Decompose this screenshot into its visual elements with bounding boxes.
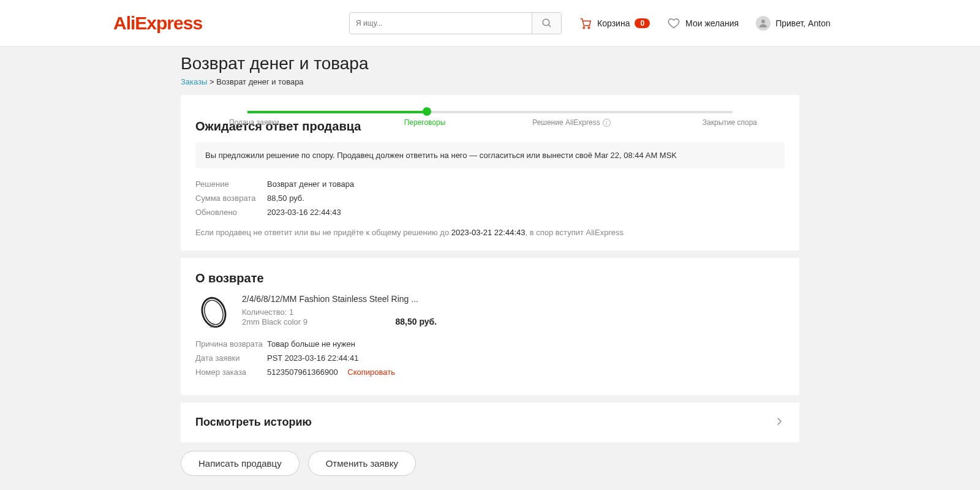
request-date-value: PST 2023-03-16 22:44:41 bbox=[267, 353, 358, 363]
breadcrumb-current: Возврат денег и товара bbox=[216, 77, 303, 86]
svg-text:2mm: 2mm bbox=[210, 325, 218, 328]
product-price: 88,50 руб. bbox=[396, 317, 437, 326]
ring-icon: 2mm bbox=[196, 295, 232, 330]
cart-icon bbox=[579, 17, 592, 30]
deadline-note: Если продавец не ответит или вы не придё… bbox=[195, 228, 785, 237]
chevron-right-icon bbox=[774, 416, 785, 429]
wishlist-link[interactable]: Мои желания bbox=[667, 17, 739, 30]
breadcrumb: Заказы > Возврат денег и товара bbox=[181, 77, 799, 86]
step-label-1: Подача заявки bbox=[229, 118, 279, 127]
svg-line-1 bbox=[548, 24, 551, 27]
order-number-value: 5123507961366900 bbox=[267, 368, 338, 377]
user-icon bbox=[758, 18, 769, 29]
status-banner: Вы предложили решение по спору. Продавец… bbox=[195, 142, 785, 168]
svg-point-0 bbox=[543, 19, 549, 26]
header: AliExpress Корзина 0 Мои желания Привет,… bbox=[0, 0, 980, 47]
history-card[interactable]: Посмотреть историю bbox=[181, 402, 799, 442]
cart-link[interactable]: Корзина 0 bbox=[579, 17, 650, 30]
avatar bbox=[756, 16, 771, 31]
product-image[interactable]: 2mm bbox=[195, 294, 232, 331]
step-label-2: Переговоры bbox=[404, 118, 446, 127]
account-link[interactable]: Привет, Anton bbox=[756, 16, 831, 31]
history-title: Посмотреть историю bbox=[195, 416, 312, 429]
step-label-4: Закрытие спора bbox=[703, 118, 757, 127]
logo[interactable]: AliExpress bbox=[113, 13, 202, 34]
copy-link[interactable]: Скопировать bbox=[347, 368, 395, 377]
cancel-request-button[interactable]: Отменить заявку bbox=[308, 451, 416, 476]
step-label-3: Решение AliExpressi bbox=[532, 118, 610, 127]
product-qty: Количество: 1 bbox=[242, 307, 785, 317]
heart-icon bbox=[667, 17, 680, 30]
product-title[interactable]: 2/4/6/8/12/MM Fashion Stainless Steel Ri… bbox=[242, 294, 785, 304]
resolution-value: Возврат денег и товара bbox=[267, 179, 354, 189]
about-return-card: О возврате 2mm 2/4/6/8/12/MM Fashion Sta… bbox=[181, 258, 799, 395]
cart-label: Корзина bbox=[597, 18, 630, 28]
updated-label: Обновлено bbox=[195, 208, 267, 217]
search-input[interactable] bbox=[350, 13, 532, 34]
page-title: Возврат денег и товара bbox=[181, 54, 799, 74]
svg-point-3 bbox=[588, 26, 590, 28]
search-icon bbox=[541, 18, 552, 29]
status-heading: Ожидается ответ продавца bbox=[195, 119, 785, 134]
status-card: Подача заявки Переговоры Решение AliExpr… bbox=[181, 95, 799, 251]
order-number-label: Номер заказа bbox=[195, 368, 267, 377]
reason-value: Товар больше не нужен bbox=[267, 339, 355, 349]
greeting-label: Привет, Anton bbox=[775, 18, 831, 28]
request-date-label: Дата заявки bbox=[195, 353, 267, 363]
search-button[interactable] bbox=[532, 13, 561, 34]
info-icon[interactable]: i bbox=[603, 119, 611, 127]
cart-count-badge: 0 bbox=[635, 18, 650, 28]
wishlist-label: Мои желания bbox=[685, 18, 739, 28]
resolution-label: Решение bbox=[195, 179, 267, 189]
svg-point-2 bbox=[583, 26, 585, 28]
updated-value: 2023-03-16 22:44:43 bbox=[267, 208, 341, 217]
refund-value: 88,50 руб. bbox=[267, 194, 304, 203]
contact-seller-button[interactable]: Написать продавцу bbox=[181, 451, 300, 476]
about-heading: О возврате bbox=[195, 271, 785, 285]
product-variant: 2mm Black color 9 bbox=[242, 317, 307, 326]
product-row: 2mm 2/4/6/8/12/MM Fashion Stainless Stee… bbox=[195, 294, 785, 331]
reason-label: Причина возврата bbox=[195, 339, 267, 349]
svg-point-4 bbox=[761, 20, 765, 23]
refund-label: Сумма возврата bbox=[195, 194, 267, 203]
search-bar bbox=[349, 12, 562, 34]
actions-row: Написать продавцу Отменить заявку bbox=[181, 451, 799, 476]
breadcrumb-orders-link[interactable]: Заказы bbox=[181, 77, 207, 86]
